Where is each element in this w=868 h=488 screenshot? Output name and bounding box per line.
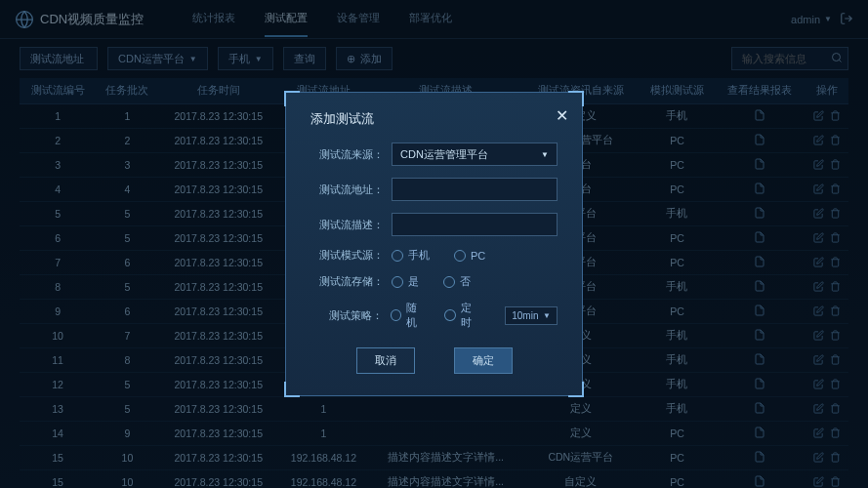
confirm-button[interactable]: 确定: [454, 347, 513, 374]
modal-backdrop: 添加测试流 ✕ 测试流来源： CDN运营管理平台 ▼ 测试流地址： 测试流描述：…: [0, 0, 868, 488]
timer-select[interactable]: 10min ▼: [505, 306, 558, 325]
cancel-button[interactable]: 取消: [356, 347, 415, 374]
mode-label: 测试模式源：: [310, 248, 384, 263]
radio-icon: [454, 250, 466, 262]
mode-pc-radio[interactable]: PC: [454, 250, 485, 262]
source-select[interactable]: CDN运营管理平台 ▼: [392, 142, 558, 166]
addr-input[interactable]: [392, 178, 558, 201]
radio-icon: [392, 250, 403, 262]
strategy-timed-radio[interactable]: 定时: [444, 301, 481, 330]
desc-input[interactable]: [392, 213, 558, 236]
mode-phone-radio[interactable]: 手机: [392, 248, 430, 263]
desc-label: 测试流描述：: [310, 218, 384, 232]
save-yes-radio[interactable]: 是: [392, 274, 419, 289]
radio-icon: [444, 309, 456, 321]
source-label: 测试流来源：: [310, 147, 384, 162]
chevron-down-icon: ▼: [541, 150, 549, 159]
strategy-random-radio[interactable]: 随机: [391, 301, 428, 330]
close-icon[interactable]: ✕: [556, 106, 568, 125]
radio-icon: [443, 276, 455, 288]
save-no-radio[interactable]: 否: [443, 274, 471, 289]
addr-label: 测试流地址：: [310, 183, 384, 197]
modal-title: 添加测试流: [310, 110, 558, 128]
radio-icon: [392, 276, 403, 288]
strategy-label: 测试策略：: [310, 308, 383, 323]
radio-icon: [391, 309, 402, 321]
add-stream-modal: 添加测试流 ✕ 测试流来源： CDN运营管理平台 ▼ 测试流地址： 测试流描述：…: [285, 92, 583, 396]
save-label: 测试流存储：: [310, 274, 384, 289]
chevron-down-icon: ▼: [543, 311, 551, 320]
